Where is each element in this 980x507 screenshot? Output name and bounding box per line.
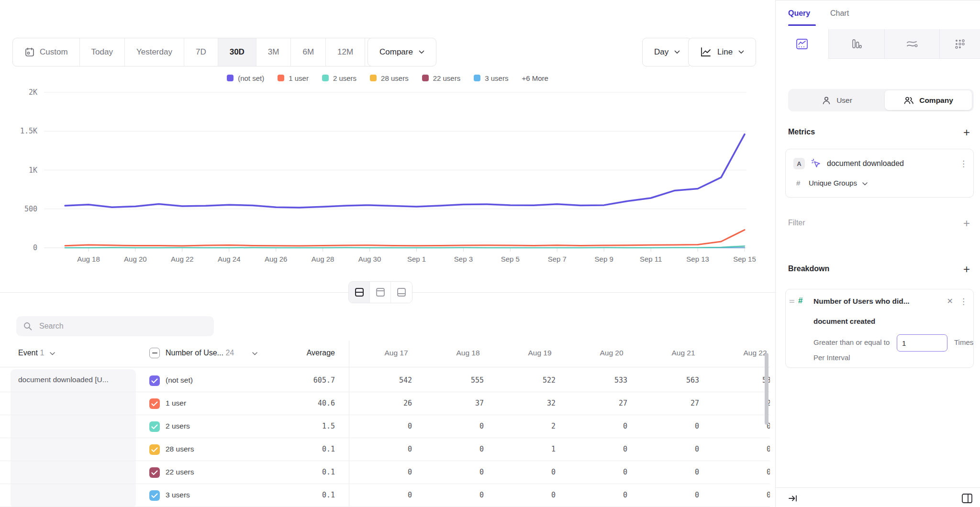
row-checkbox[interactable] bbox=[149, 490, 160, 501]
breakdown-kebab-menu[interactable]: ⋮ bbox=[959, 297, 968, 307]
entity-option-user[interactable]: User bbox=[790, 90, 884, 110]
row-checkbox[interactable] bbox=[149, 375, 160, 386]
range-yesterday[interactable]: Yesterday bbox=[125, 38, 184, 66]
row-value: 0 bbox=[699, 468, 770, 476]
table-row[interactable]: 1 user40.626373227272 bbox=[0, 392, 770, 415]
table-scrollbar[interactable] bbox=[765, 353, 768, 425]
chevron-down-icon[interactable] bbox=[50, 352, 55, 355]
chart-type-dropdown[interactable]: Line bbox=[688, 38, 756, 66]
svg-text:Aug 24: Aug 24 bbox=[218, 255, 241, 263]
tile-line-chart[interactable] bbox=[776, 29, 828, 59]
table-row[interactable]: 2 users1.5002000 bbox=[0, 415, 770, 438]
table-row[interactable]: (not set)605.754255552253356353 bbox=[0, 369, 770, 392]
collapse-panel-icon[interactable] bbox=[786, 492, 800, 505]
legend-more[interactable]: +6 More bbox=[522, 74, 548, 82]
breakdown-value-input[interactable] bbox=[897, 334, 947, 352]
row-value: 0 bbox=[556, 445, 627, 453]
legend-item[interactable]: 3 users bbox=[474, 74, 508, 82]
tile-bar-chart[interactable] bbox=[828, 29, 884, 59]
search-box[interactable] bbox=[16, 316, 214, 336]
row-checkbox[interactable] bbox=[149, 444, 160, 455]
add-filter-button[interactable]: + bbox=[960, 217, 973, 230]
range-6m[interactable]: 6M bbox=[291, 38, 326, 66]
legend-label: 3 users bbox=[485, 74, 508, 82]
tab-query[interactable]: Query bbox=[788, 9, 810, 18]
metric-card[interactable]: A document downloaded ⋮ # Unique Groups bbox=[785, 149, 974, 198]
check-icon bbox=[151, 401, 158, 407]
row-value: 32 bbox=[484, 399, 556, 408]
row-checkbox[interactable] bbox=[149, 467, 160, 478]
svg-text:Sep 11: Sep 11 bbox=[640, 255, 662, 263]
table-row[interactable]: 22 users0.1000000 bbox=[0, 461, 770, 484]
search-input[interactable] bbox=[39, 322, 197, 331]
interval-dropdown[interactable]: Day bbox=[642, 38, 692, 66]
measure-selector[interactable]: Unique Groups bbox=[809, 179, 857, 187]
add-breakdown-button[interactable]: + bbox=[960, 263, 973, 276]
row-value: 542 bbox=[340, 376, 412, 385]
range-today[interactable]: Today bbox=[80, 38, 125, 66]
svg-text:Aug 26: Aug 26 bbox=[265, 255, 288, 263]
chevron-down-icon[interactable] bbox=[252, 352, 257, 355]
layout-split-button[interactable] bbox=[349, 282, 370, 303]
legend-label: 1 user bbox=[289, 74, 309, 82]
row-label: 28 users bbox=[166, 445, 194, 453]
row-value: 27 bbox=[627, 399, 699, 408]
chevron-down-icon[interactable] bbox=[862, 182, 868, 186]
group-column-header[interactable]: Number of Use... 24 bbox=[166, 349, 234, 357]
layout-table-only-button[interactable] bbox=[391, 282, 412, 303]
sidebar-toggle-icon[interactable] bbox=[960, 492, 974, 505]
range-12m[interactable]: 12M bbox=[326, 38, 365, 66]
date-column-header: Aug 19 bbox=[504, 349, 576, 357]
legend-label: 28 users bbox=[381, 74, 409, 82]
range-custom[interactable]: Custom bbox=[13, 38, 80, 66]
svg-text:Sep 3: Sep 3 bbox=[454, 255, 473, 263]
date-column-header: Aug 21 bbox=[647, 349, 719, 357]
legend-label: (not set) bbox=[238, 74, 264, 82]
row-checkbox[interactable] bbox=[149, 421, 160, 432]
results-table: Event 1 Number of Use... 24 Average Aug … bbox=[0, 341, 770, 507]
table-header: Event 1 Number of Use... 24 Average Aug … bbox=[0, 341, 770, 367]
legend-item[interactable]: 28 users bbox=[370, 74, 409, 82]
row-average: 0.1 bbox=[268, 491, 335, 499]
select-all-checkbox[interactable] bbox=[149, 348, 160, 358]
breakdown-unit-label: Times bbox=[954, 338, 973, 346]
metric-kebab-menu[interactable]: ⋮ bbox=[959, 159, 968, 169]
range-7d[interactable]: 7D bbox=[184, 38, 218, 66]
tile-separator bbox=[884, 29, 885, 59]
tile-scatter-chart[interactable] bbox=[939, 29, 980, 59]
layout-chart-only-button[interactable] bbox=[370, 282, 391, 303]
check-icon bbox=[151, 378, 158, 384]
tab-chart[interactable]: Chart bbox=[830, 9, 849, 18]
breakdown-card[interactable]: # Number of Users who did... ✕ ⋮ documen… bbox=[785, 289, 974, 368]
row-value: 0 bbox=[484, 491, 556, 499]
tile-flow-chart[interactable] bbox=[884, 29, 939, 59]
svg-text:Sep 7: Sep 7 bbox=[548, 255, 567, 263]
event-column-header[interactable]: Event 1 bbox=[18, 349, 44, 357]
compare-button[interactable]: Compare bbox=[368, 38, 436, 66]
legend-item[interactable]: 1 user bbox=[278, 74, 309, 82]
layout-toggle-group bbox=[348, 281, 412, 303]
svg-text:Sep 9: Sep 9 bbox=[595, 255, 613, 263]
chart-type-label: Line bbox=[717, 47, 733, 57]
entity-option-company[interactable]: Company bbox=[885, 90, 972, 110]
bottom-panel-icon bbox=[396, 287, 407, 298]
number-property-icon: # bbox=[798, 296, 802, 306]
series-line bbox=[65, 230, 745, 246]
row-value: 533 bbox=[556, 376, 627, 385]
legend-item[interactable]: 2 users bbox=[322, 74, 356, 82]
range-3m[interactable]: 3M bbox=[256, 38, 291, 66]
add-metric-button[interactable]: + bbox=[960, 126, 973, 139]
range-30d[interactable]: 30D bbox=[218, 38, 256, 66]
row-checkbox[interactable] bbox=[149, 398, 160, 409]
line-chart[interactable]: 05001K1.5K2KAug 18Aug 20Aug 22Aug 24Aug … bbox=[0, 88, 781, 268]
row-value: 0 bbox=[484, 468, 556, 476]
legend-item[interactable]: 22 users bbox=[422, 74, 461, 82]
metric-letter-badge: A bbox=[793, 158, 805, 169]
breakdown-per-interval-label: Per Interval bbox=[813, 353, 850, 362]
table-row[interactable]: 3 users0.1000000 bbox=[0, 484, 770, 507]
table-row[interactable]: 28 users0.1001000 bbox=[0, 438, 770, 461]
row-value: 555 bbox=[412, 376, 484, 385]
drag-handle-icon[interactable] bbox=[789, 299, 795, 305]
close-icon[interactable]: ✕ bbox=[947, 297, 953, 306]
legend-item[interactable]: (not set) bbox=[227, 74, 264, 82]
